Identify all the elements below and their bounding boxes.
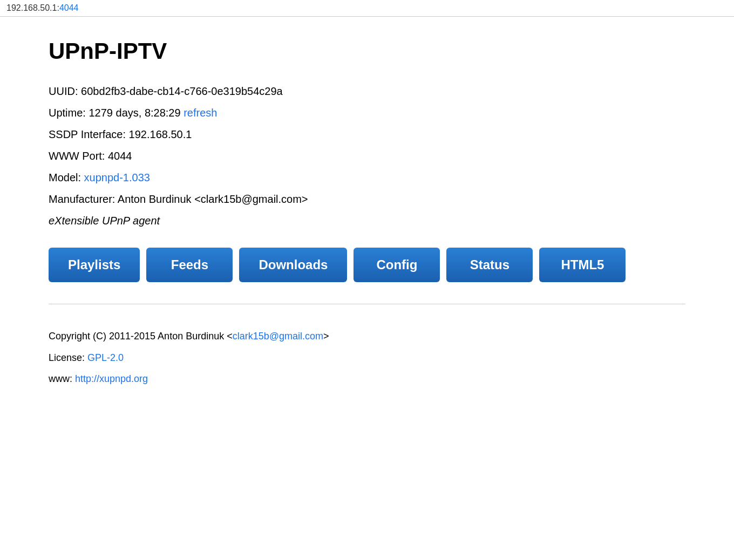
- address-text: 192.168.50.1: [6, 3, 57, 12]
- ssdp-label: SSDP Interface:: [49, 128, 126, 140]
- uuid-row: UUID: 60bd2fb3-dabe-cb14-c766-0e319b54c2…: [49, 80, 685, 102]
- www-footer-label: www:: [49, 373, 72, 384]
- feeds-button[interactable]: Feeds: [146, 248, 233, 282]
- browser-address-bar: 192.168.50.1:4044: [0, 0, 734, 17]
- copyright-text: Copyright (C) 2011-2015 Anton Burdinuk <: [49, 331, 233, 342]
- model-row: Model: xupnpd-1.033: [49, 167, 685, 188]
- license-link[interactable]: GPL-2.0: [87, 352, 124, 363]
- model-label: Model:: [49, 172, 81, 183]
- info-section: UUID: 60bd2fb3-dabe-cb14-c766-0e319b54c2…: [49, 80, 685, 231]
- main-content: UPnP-IPTV UUID: 60bd2fb3-dabe-cb14-c766-…: [0, 17, 734, 412]
- ssdp-row: SSDP Interface: 192.168.50.1: [49, 124, 685, 145]
- copyright-end: >: [323, 331, 329, 342]
- manufacturer-row: Manufacturer: Anton Burdinuk <clark15b@g…: [49, 188, 685, 210]
- config-button[interactable]: Config: [354, 248, 440, 282]
- manufacturer-value: Anton Burdinuk <clark15b@gmail.com>: [118, 193, 308, 205]
- refresh-link[interactable]: refresh: [184, 107, 217, 119]
- www-link[interactable]: http://xupnpd.org: [75, 373, 148, 384]
- playlists-button[interactable]: Playlists: [49, 248, 140, 282]
- tagline: eXtensible UPnP agent: [49, 210, 685, 231]
- www-footer-row: www: http://xupnpd.org: [49, 368, 685, 390]
- footer-email-link[interactable]: clark15b@gmail.com: [233, 331, 323, 342]
- footer-section: Copyright (C) 2011-2015 Anton Burdinuk <…: [49, 326, 685, 390]
- model-link[interactable]: xupnpd-1.033: [84, 172, 150, 183]
- copyright-row: Copyright (C) 2011-2015 Anton Burdinuk <…: [49, 326, 685, 347]
- html5-button[interactable]: HTML5: [539, 248, 626, 282]
- page-title: UPnP-IPTV: [49, 38, 685, 64]
- navigation-buttons: PlaylistsFeedsDownloadsConfigStatusHTML5: [49, 248, 685, 282]
- uptime-value: 1279 days, 8:28:29: [89, 107, 180, 119]
- uuid-label: UUID:: [49, 85, 78, 97]
- downloads-button[interactable]: Downloads: [239, 248, 347, 282]
- divider: [49, 304, 685, 304]
- status-button[interactable]: Status: [446, 248, 533, 282]
- license-label: License:: [49, 352, 85, 363]
- manufacturer-label: Manufacturer:: [49, 193, 115, 205]
- port-text: 4044: [59, 3, 79, 12]
- ssdp-value: 192.168.50.1: [129, 128, 192, 140]
- license-row: License: GPL-2.0: [49, 347, 685, 369]
- uptime-label: Uptime:: [49, 107, 86, 119]
- www-label: WWW Port:: [49, 150, 105, 162]
- uptime-row: Uptime: 1279 days, 8:28:29 refresh: [49, 102, 685, 124]
- www-row: WWW Port: 4044: [49, 145, 685, 167]
- www-value: 4044: [108, 150, 132, 162]
- uuid-value: 60bd2fb3-dabe-cb14-c766-0e319b54c29a: [81, 85, 283, 97]
